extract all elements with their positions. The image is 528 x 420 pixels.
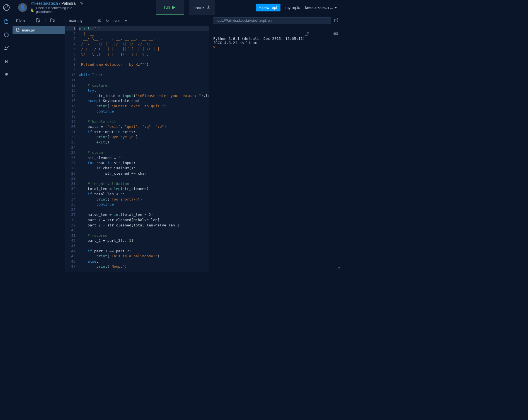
code-line[interactable]: halve_len = int(total_len / 2) bbox=[79, 212, 209, 218]
code-line[interactable]: /__/ __ \| |`-.|/ _\| |/__// _\| bbox=[79, 41, 209, 47]
code-line[interactable]: __\ \__ . , __. __ __. __ __. bbox=[79, 36, 209, 41]
svg-text:+: + bbox=[38, 20, 39, 23]
editor-panel: main.py ↻ saved ▾ 1234567891011121314151… bbox=[66, 15, 209, 272]
code-line[interactable]: if char.isalnum(): bbox=[79, 166, 209, 171]
code-line[interactable]: try: bbox=[79, 88, 209, 93]
code-line[interactable]: str_cleaned += char bbox=[79, 171, 209, 176]
code-line[interactable]: except KeyboardInterrupt: bbox=[79, 98, 209, 104]
project-description: Checks if something is a palindrome. bbox=[36, 6, 83, 14]
code-line[interactable]: | __ bbox=[79, 31, 209, 36]
new-folder-icon[interactable]: + bbox=[50, 18, 55, 23]
svg-text:+: + bbox=[53, 20, 54, 23]
code-line[interactable]: print("This is a palindome!") bbox=[79, 254, 209, 259]
edit-icon[interactable]: ✎ bbox=[80, 1, 83, 6]
share-icon bbox=[206, 5, 211, 10]
code-line[interactable]: continue bbox=[79, 109, 209, 114]
terminal-panel: Python 3.6.1 (default, Dec 2015, 13:05:1… bbox=[209, 15, 342, 272]
tab-filename[interactable]: main.py bbox=[69, 18, 83, 23]
code-line[interactable]: / /__,/ (_| | | | ||(_( | | /(_| | bbox=[79, 47, 209, 52]
file-icon bbox=[16, 28, 20, 33]
svg-rect-5 bbox=[7, 60, 8, 63]
share-button[interactable]: share bbox=[189, 0, 215, 15]
code-line[interactable]: else: bbox=[79, 259, 209, 264]
multiplayer-rail-icon[interactable]: + bbox=[4, 45, 9, 51]
code-line[interactable]: # lenght validation bbox=[79, 181, 209, 187]
code-line[interactable]: # reverse bbox=[79, 233, 209, 238]
terminal-enter-icon[interactable] bbox=[282, 28, 309, 41]
code-line[interactable]: # clean bbox=[79, 150, 209, 155]
code-line[interactable] bbox=[79, 228, 209, 233]
terminal-clear-icon[interactable] bbox=[311, 28, 338, 41]
separator: | bbox=[45, 18, 46, 23]
code-line[interactable] bbox=[79, 176, 209, 181]
debugger-rail-icon[interactable] bbox=[4, 59, 9, 64]
replit-logo[interactable] bbox=[0, 0, 13, 15]
code-line[interactable]: str_input = input("\nPlease enter your p… bbox=[79, 93, 209, 99]
code-line[interactable]: part_1 = str_cleaned[0:halve_len] bbox=[79, 218, 209, 223]
terminal-output[interactable]: Python 3.6.1 (default, Dec 2015, 13:05:1… bbox=[209, 26, 342, 272]
terminal-prompt: > bbox=[213, 45, 215, 49]
code-line[interactable]: if total_len < 3: bbox=[79, 192, 209, 197]
code-line[interactable]: print("Noop.") bbox=[79, 264, 209, 269]
code-line[interactable] bbox=[79, 114, 209, 119]
code-editor[interactable]: 1234567891011121314151617181920212223242… bbox=[66, 26, 209, 272]
avatar[interactable]: 👤 bbox=[18, 3, 27, 12]
code-line[interactable]: print(r""" bbox=[79, 26, 209, 31]
file-item-main[interactable]: main.py bbox=[13, 26, 65, 34]
code-line[interactable]: total_len = len(str_cleaned) bbox=[79, 186, 209, 192]
code-line[interactable] bbox=[79, 243, 209, 249]
code-line[interactable]: # capture bbox=[79, 83, 209, 88]
code-line[interactable]: # handle exit bbox=[79, 119, 209, 124]
code-line[interactable]: print("Bye bye!\n") bbox=[79, 135, 209, 140]
chevron-down-icon: ▾ bbox=[335, 5, 337, 10]
more-icon[interactable]: ⋮ bbox=[58, 19, 62, 23]
code-line[interactable]: part_2 = part_2[::-1] bbox=[79, 238, 209, 243]
code-line[interactable] bbox=[79, 78, 209, 83]
path-separator: / bbox=[59, 1, 60, 6]
code-line[interactable]: continue bbox=[79, 202, 209, 207]
code-line[interactable]: \/ \_,|_|_|_| |_|\_,_|_| \_,_| bbox=[79, 52, 209, 57]
terminal-line-2: [GCC 4.8.2] on linux bbox=[213, 41, 257, 45]
user-menu[interactable]: keestalkstech ... ▾ bbox=[305, 5, 337, 10]
packages-rail-icon[interactable] bbox=[4, 32, 9, 38]
code-line[interactable]: while True: bbox=[79, 72, 209, 78]
app-header: 👤 @keestalkstech / Palindra ✎ 🐍 Checks i… bbox=[0, 0, 342, 15]
my-repls-button[interactable]: my repls bbox=[285, 5, 300, 10]
file-name: main.py bbox=[22, 28, 35, 32]
code-line[interactable]: for char in str_input: bbox=[79, 160, 209, 166]
help-icon[interactable]: ? bbox=[338, 266, 340, 271]
code-line[interactable]: exit() bbox=[79, 140, 209, 145]
play-icon: ▶ bbox=[172, 5, 176, 10]
code-line[interactable]: if part_1 == part_2: bbox=[79, 249, 209, 254]
code-line[interactable]: part_2 = str_cleaned[total_len-halve_len… bbox=[79, 223, 209, 228]
code-line[interactable] bbox=[79, 145, 209, 150]
code-line[interactable]: print("Too short!\n") bbox=[79, 197, 209, 202]
svg-line-12 bbox=[336, 19, 338, 21]
files-panel: Files + | + ⋮ main.py bbox=[13, 15, 66, 272]
username-link[interactable]: @keestalkstech bbox=[30, 1, 58, 6]
open-external-icon[interactable] bbox=[334, 18, 338, 23]
code-line[interactable]: if str_input in exits: bbox=[79, 130, 209, 135]
code-line[interactable] bbox=[79, 207, 209, 213]
project-name: Palindra bbox=[61, 1, 76, 6]
repl-url-input[interactable] bbox=[213, 17, 331, 24]
code-line[interactable]: Palindrome detector - by Kz""") bbox=[79, 62, 209, 67]
saved-indicator: ↻ saved bbox=[106, 19, 120, 23]
left-rail: + bbox=[0, 15, 13, 272]
python-icon: 🐍 bbox=[30, 8, 34, 12]
code-line[interactable] bbox=[79, 57, 209, 62]
code-line[interactable]: exits = ["exit", "quit", ":q", ":e"] bbox=[79, 124, 209, 130]
files-rail-icon[interactable] bbox=[4, 19, 9, 24]
run-button[interactable]: run ▶ bbox=[156, 0, 184, 15]
new-repl-button[interactable]: + new repl bbox=[256, 4, 280, 11]
svg-point-1 bbox=[5, 47, 6, 48]
files-title: Files bbox=[16, 18, 25, 23]
history-dropdown-icon[interactable]: ▾ bbox=[125, 18, 127, 23]
code-line[interactable] bbox=[79, 67, 209, 73]
code-line[interactable]: print("\nEnter 'exit' to quit.") bbox=[79, 104, 209, 109]
format-icon[interactable] bbox=[97, 18, 101, 23]
new-file-icon[interactable]: + bbox=[36, 18, 40, 23]
settings-rail-icon[interactable] bbox=[4, 72, 9, 78]
svg-text:+: + bbox=[8, 45, 9, 48]
code-line[interactable]: str_cleaned = "" bbox=[79, 155, 209, 161]
